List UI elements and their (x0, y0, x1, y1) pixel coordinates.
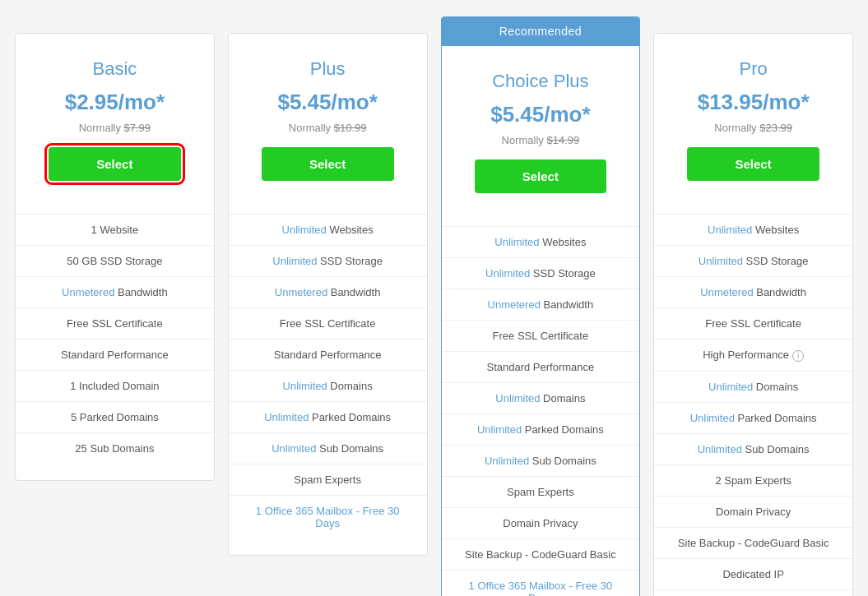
feature-item: Free SSL Certificate (16, 307, 214, 339)
feature-item: Spam Experts (442, 476, 640, 507)
feature-item: 1 Included Domain (16, 370, 214, 401)
feature-item: Unlimited Sub Domains (442, 445, 640, 476)
plan-header-plus: Plus $5.45/mo* Normally $10.99 Select (229, 34, 427, 197)
feature-item: Unmetered Bandwidth (654, 276, 852, 307)
feature-item: Free SSL Certificate (654, 307, 852, 339)
plan-card-basic: Basic $2.95/mo* Normally $7.99 Select 1 … (15, 33, 215, 481)
plan-price-pro: $13.95/mo* (671, 90, 836, 115)
plan-normally-plus: Normally $10.99 (245, 122, 411, 134)
feature-item: Unlimited Sub Domains (654, 433, 852, 464)
plan-name-plus: Plus (245, 58, 411, 80)
feature-item: Standard Performance (442, 351, 640, 382)
plan-card-pro: Pro $13.95/mo* Normally $23.99 Select Un… (653, 33, 853, 596)
feature-item: Free SSL Certificate (229, 307, 427, 339)
plan-normally-basic: Normally $7.99 (32, 122, 197, 134)
feature-item: Unlimited Parked Domains (654, 402, 852, 433)
plan-header-pro: Pro $13.95/mo* Normally $23.99 Select (654, 34, 852, 197)
feature-item: Free SSL Certificate (442, 320, 640, 351)
plan-price-choice-plus: $5.45/mo* (458, 102, 624, 127)
plan-name-basic: Basic (32, 58, 197, 80)
feature-item: Unlimited Websites (442, 226, 640, 257)
plan-card-plus: Plus $5.45/mo* Normally $10.99 Select Un… (228, 33, 428, 556)
select-button-pro[interactable]: Select (687, 147, 819, 181)
feature-item: Site Backup - CodeGuard Basic (442, 538, 640, 570)
features-list-pro: Unlimited WebsitesUnlimited SSD StorageU… (654, 214, 852, 596)
feature-item: Standard Performance (16, 339, 214, 370)
features-list-choice-plus: Unlimited WebsitesUnlimited SSD StorageU… (442, 226, 640, 596)
plan-price-plus: $5.45/mo* (245, 90, 411, 115)
info-icon: i (792, 350, 804, 362)
plan-card-choice-plus: Recommended Choice Plus $5.45/mo* Normal… (441, 16, 641, 596)
features-list-plus: Unlimited WebsitesUnlimited SSD StorageU… (229, 214, 427, 538)
feature-item: Unlimited Websites (654, 214, 852, 245)
feature-item: Domain Privacy (654, 496, 852, 527)
feature-item: Unlimited SSD Storage (442, 257, 640, 289)
feature-item: Unlimited Domains (654, 371, 852, 402)
feature-item: Site Backup - CodeGuard Basic (654, 527, 852, 558)
feature-item: Dedicated IP (654, 558, 852, 589)
plan-header-choice-plus: Choice Plus $5.45/mo* Normally $14.99 Se… (442, 46, 640, 210)
feature-item: Unlimited Parked Domains (442, 414, 640, 445)
feature-item: 1 Office 365 Mailbox - Free 30 Days (229, 495, 427, 538)
feature-item: 1 Office 365 Mailbox - Free 30 Days (442, 570, 640, 596)
feature-item: Unlimited Sub Domains (229, 432, 427, 464)
feature-item: Unlimited Domains (442, 382, 640, 414)
plan-name-choice-plus: Choice Plus (458, 71, 624, 92)
feature-item: 1 Website (16, 214, 214, 245)
feature-item: Standard Performance (229, 339, 427, 370)
pricing-container: Basic $2.95/mo* Normally $7.99 Select 1 … (8, 16, 860, 596)
feature-item: Unlimited Parked Domains (229, 401, 427, 432)
feature-item: 2 Spam Experts (654, 464, 852, 496)
plan-normally-pro: Normally $23.99 (671, 122, 836, 134)
feature-item: Unmetered Bandwidth (16, 276, 214, 307)
feature-item: 1 Office 365 Mailbox - Free 30 Days (654, 589, 852, 596)
feature-item: 50 GB SSD Storage (16, 245, 214, 276)
feature-item: Domain Privacy (442, 507, 640, 538)
feature-item: 25 Sub Domains (16, 432, 214, 464)
feature-item: Unlimited Websites (229, 214, 427, 245)
plan-price-basic: $2.95/mo* (32, 90, 197, 115)
select-button-choice-plus[interactable]: Select (475, 159, 607, 193)
feature-item: High Performancei (654, 339, 852, 371)
feature-item: Unmetered Bandwidth (229, 276, 427, 307)
features-list-basic: 1 Website50 GB SSD StorageUnmetered Band… (16, 214, 214, 464)
feature-item: Unlimited SSD Storage (229, 245, 427, 276)
feature-item: Unlimited SSD Storage (654, 245, 852, 276)
feature-item: 5 Parked Domains (16, 401, 214, 432)
plan-name-pro: Pro (671, 58, 836, 80)
plan-header-basic: Basic $2.95/mo* Normally $7.99 Select (16, 34, 214, 197)
select-button-plus[interactable]: Select (262, 147, 394, 181)
plan-normally-choice-plus: Normally $14.99 (458, 134, 624, 146)
feature-item: Spam Experts (229, 464, 427, 495)
feature-item: Unlimited Domains (229, 370, 427, 401)
recommended-badge: Recommended (442, 16, 640, 46)
feature-item: Unmetered Bandwidth (442, 289, 640, 320)
select-button-basic[interactable]: Select (49, 147, 181, 181)
